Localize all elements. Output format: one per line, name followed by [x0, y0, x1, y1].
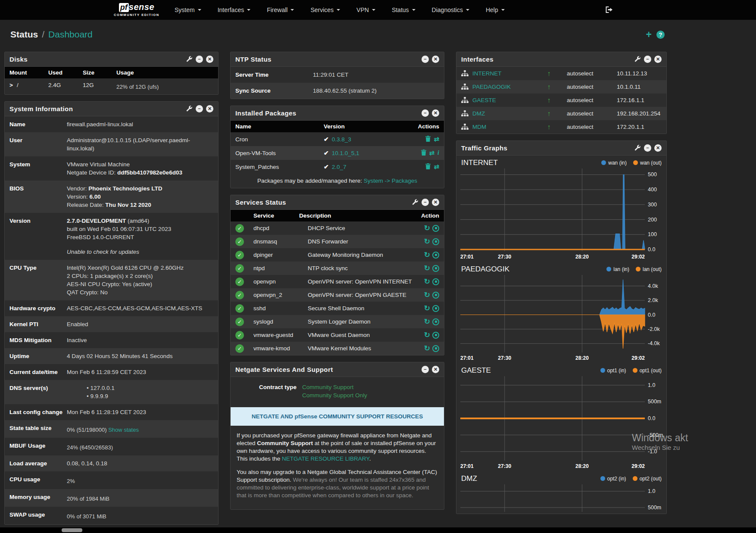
- wrench-icon[interactable]: [186, 106, 193, 112]
- reinstall-package-icon[interactable]: ⇄: [429, 149, 435, 157]
- restart-service-icon[interactable]: ↻: [424, 318, 430, 325]
- wrench-icon[interactable]: [412, 199, 419, 206]
- restart-service-icon[interactable]: ↻: [424, 224, 430, 232]
- interface-name-link[interactable]: DMZ: [472, 110, 537, 117]
- show-states-link[interactable]: Show states: [108, 427, 139, 433]
- svg-text:-4.0k: -4.0k: [648, 340, 660, 346]
- close-panel-icon[interactable]: ✕: [432, 366, 439, 373]
- pfsense-logo[interactable]: pfsense COMMUNITY EDITION: [114, 2, 159, 17]
- interface-name-link[interactable]: INTERNET: [472, 70, 537, 77]
- stop-service-icon[interactable]: [432, 265, 439, 272]
- sysinfo-row-statetable: State table size 0% (51/198000) Show sta…: [5, 420, 218, 438]
- uninstall-package-icon[interactable]: [425, 136, 431, 143]
- link-up-arrow-icon: ↑: [537, 123, 561, 131]
- link-up-arrow-icon: ↑: [537, 70, 561, 78]
- column-header: Description: [299, 212, 413, 219]
- interface-name-link[interactable]: PAEDAGOGIK: [472, 84, 537, 90]
- row-value: 0% of 3071 MiB: [67, 511, 213, 521]
- minimize-panel-icon[interactable]: −: [196, 105, 203, 112]
- row-label: MBUF Usage: [9, 442, 67, 452]
- table-row: ✓ntpdNTP clock sync↻: [231, 262, 444, 275]
- legend-dot-icon: [606, 267, 611, 271]
- menu-firewall[interactable]: Firewall: [259, 0, 302, 20]
- stop-service-icon[interactable]: [432, 278, 439, 285]
- close-panel-icon[interactable]: ✕: [654, 144, 662, 152]
- minimize-panel-icon[interactable]: −: [422, 56, 429, 63]
- stop-service-icon[interactable]: [432, 225, 439, 232]
- menu-vpn[interactable]: VPN: [348, 0, 384, 20]
- restart-service-icon[interactable]: ↻: [424, 305, 430, 312]
- service-description: NTP clock sync: [308, 265, 424, 271]
- legend-dot-icon: [633, 476, 637, 481]
- service-description: Gateway Monitoring Daemon: [308, 252, 424, 258]
- restart-service-icon[interactable]: ↻: [424, 278, 430, 285]
- package-version-link[interactable]: 0.3.8_3: [332, 136, 351, 143]
- graph-plot: 4.0k2.0k0.0-2.0k-4.0k: [460, 275, 663, 352]
- netgate-resource-library-link[interactable]: NETGATE RESOURCE LIBRARY: [282, 455, 369, 462]
- close-panel-icon[interactable]: ✕: [432, 56, 439, 63]
- uninstall-package-icon[interactable]: [425, 163, 431, 171]
- row-label: MDS Mitigation: [9, 336, 67, 344]
- menu-interfaces[interactable]: Interfaces: [209, 0, 259, 20]
- wrench-icon[interactable]: [186, 56, 193, 62]
- stop-service-icon[interactable]: [432, 332, 439, 339]
- package-info-icon[interactable]: i: [437, 150, 439, 156]
- restart-service-icon[interactable]: ↻: [424, 238, 430, 245]
- restart-service-icon[interactable]: ↻: [424, 345, 430, 352]
- column-header: Action: [413, 212, 439, 219]
- restart-service-icon[interactable]: ↻: [424, 331, 430, 339]
- close-panel-icon[interactable]: ✕: [206, 56, 213, 63]
- add-widget-icon[interactable]: +: [646, 30, 652, 40]
- service-running-icon: ✓: [235, 331, 244, 340]
- breadcrumb-section[interactable]: Status: [10, 29, 38, 40]
- minimize-panel-icon[interactable]: −: [196, 56, 203, 63]
- service-running-icon: ✓: [235, 251, 244, 259]
- reinstall-package-icon[interactable]: ⇄: [434, 135, 439, 143]
- close-panel-icon[interactable]: ✕: [206, 105, 213, 112]
- stop-service-icon[interactable]: [432, 292, 439, 299]
- help-icon[interactable]: ?: [656, 31, 665, 39]
- menu-status[interactable]: Status: [384, 0, 424, 20]
- scrollbar-thumb[interactable]: [62, 528, 82, 532]
- close-panel-icon[interactable]: ✕: [432, 109, 439, 117]
- stop-service-icon[interactable]: [432, 318, 439, 325]
- menu-services[interactable]: Services: [302, 0, 348, 20]
- restart-service-icon[interactable]: ↻: [424, 291, 430, 299]
- row-label: Uptime: [9, 352, 67, 360]
- restart-service-icon[interactable]: ↻: [424, 265, 430, 272]
- wrench-icon[interactable]: [634, 145, 641, 151]
- menu-help[interactable]: Help: [478, 0, 513, 20]
- close-panel-icon[interactable]: ✕: [432, 199, 439, 206]
- menu-system[interactable]: System: [166, 0, 209, 20]
- close-panel-icon[interactable]: ✕: [654, 56, 662, 63]
- uninstall-package-icon[interactable]: [421, 150, 426, 157]
- row-value: Administrator@10.1.0.15 (LDAP/server.pae…: [67, 136, 213, 153]
- interface-name-link[interactable]: MDM: [472, 124, 537, 130]
- minimize-panel-icon[interactable]: −: [644, 144, 651, 152]
- interface-name-link[interactable]: GAESTE: [472, 97, 537, 103]
- graph-title: GAESTE: [461, 366, 491, 375]
- stop-service-icon[interactable]: [432, 252, 439, 259]
- community-support-link[interactable]: Community Support: [302, 383, 439, 391]
- minimize-panel-icon[interactable]: −: [644, 56, 651, 63]
- stop-service-icon[interactable]: [432, 305, 439, 312]
- logout-icon[interactable]: [606, 6, 613, 15]
- horizontal-scrollbar[interactable]: [0, 527, 756, 533]
- restart-service-icon[interactable]: ↻: [424, 251, 430, 259]
- minimize-panel-icon[interactable]: −: [422, 366, 429, 373]
- expand-chevron-icon[interactable]: >: [9, 82, 13, 88]
- stop-service-icon[interactable]: [432, 238, 439, 245]
- package-version-link[interactable]: 2.0_7: [332, 164, 347, 170]
- stop-service-icon[interactable]: [432, 345, 439, 352]
- package-version-link[interactable]: 10.1.0_5,1: [332, 150, 359, 156]
- community-support-only-link[interactable]: Community Support Only: [302, 391, 439, 399]
- sysinfo-row-version: Version 2.7.0-DEVELOPMENT (amd64) built …: [5, 213, 218, 260]
- system-packages-link[interactable]: System -> Packages: [364, 178, 417, 184]
- wrench-icon[interactable]: [634, 56, 641, 62]
- service-name: ntpd: [253, 265, 308, 271]
- reinstall-package-icon[interactable]: ⇄: [434, 163, 439, 171]
- minimize-panel-icon[interactable]: −: [422, 109, 429, 117]
- menu-diagnostics[interactable]: Diagnostics: [424, 0, 478, 20]
- breadcrumb-separator: /: [42, 29, 44, 40]
- minimize-panel-icon[interactable]: −: [422, 199, 429, 206]
